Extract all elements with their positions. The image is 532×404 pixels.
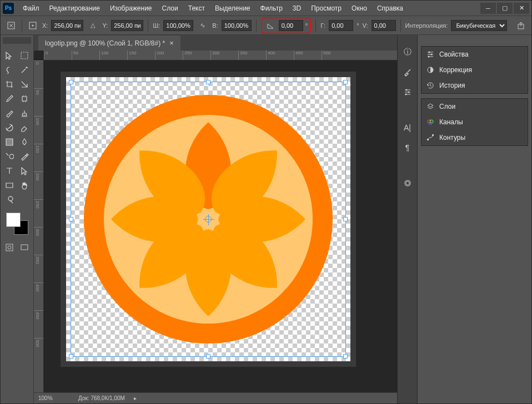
adjustments-icon[interactable] xyxy=(401,86,414,98)
ps-logo-icon: Ps xyxy=(3,3,14,14)
handle-tl[interactable] xyxy=(69,80,73,84)
y-label: Y: xyxy=(102,22,108,29)
x-input[interactable] xyxy=(51,20,83,31)
canvas[interactable] xyxy=(66,77,350,361)
menu-item-текст[interactable]: Текст xyxy=(184,2,209,14)
window-maximize-button[interactable]: ▢ xyxy=(497,3,513,14)
angle-unit-2: ° xyxy=(357,22,359,29)
right-side: ⓘ A| ¶ СвойстваКоррекцияИстория СлоиКана… xyxy=(397,35,531,403)
panel-group-1: СвойстваКоррекцияИстория xyxy=(421,46,528,94)
zoom-tool[interactable] xyxy=(3,193,17,207)
handle-mr[interactable] xyxy=(343,217,348,221)
h-label: В: xyxy=(212,22,218,29)
history-brush-tool[interactable] xyxy=(3,120,17,135)
eyedropper-tool[interactable] xyxy=(3,92,17,106)
menu-item-изображение[interactable]: Изображение xyxy=(106,2,157,14)
menu-item-3d[interactable]: 3D xyxy=(288,2,305,14)
share-icon[interactable] xyxy=(515,19,527,32)
w-label: Ш: xyxy=(153,22,160,29)
handle-tc[interactable] xyxy=(206,80,210,84)
reference-point-icon[interactable] xyxy=(27,19,39,32)
brush-settings-icon[interactable] xyxy=(401,66,414,78)
character-icon[interactable]: A| xyxy=(401,122,414,134)
crop-tool[interactable] xyxy=(3,77,17,92)
document-tab[interactable]: logotip.png @ 100% (Слой 1, RGB/8#) * × xyxy=(38,36,180,50)
panel-item-label: Контуры xyxy=(439,134,465,142)
ruler-horizontal[interactable]: 050100150200250300350400450500 xyxy=(44,50,397,60)
angle-icon xyxy=(264,19,277,32)
menu-item-справка[interactable]: Справка xyxy=(373,2,408,14)
panels: СвойстваКоррекцияИстория СлоиКаналыКонту… xyxy=(417,35,531,403)
document-area: logotip.png @ 100% (Слой 1, RGB/8#) * × … xyxy=(34,35,397,403)
angle-input[interactable] xyxy=(279,20,303,31)
angle-highlight: ° xyxy=(261,17,311,34)
handle-bl[interactable] xyxy=(69,354,73,358)
skew-h-label: Г: xyxy=(320,22,325,29)
skew-v-input[interactable] xyxy=(372,20,396,31)
menu-item-окно[interactable]: Окно xyxy=(347,2,372,14)
handle-ml[interactable] xyxy=(69,217,73,221)
blur-tool[interactable] xyxy=(18,135,32,149)
handle-br[interactable] xyxy=(343,354,348,358)
panel-item-каналы[interactable]: Каналы xyxy=(421,114,528,130)
menu-item-слои[interactable]: Слои xyxy=(158,2,183,14)
quickmask-icon[interactable] xyxy=(3,240,17,255)
handle-bc[interactable] xyxy=(206,354,210,358)
paragraph-icon[interactable]: ¶ xyxy=(401,142,414,154)
brush-tool[interactable] xyxy=(3,106,17,120)
interp-select[interactable]: Бикубическая xyxy=(451,20,507,31)
panel-item-коррекция[interactable]: Коррекция xyxy=(421,62,528,78)
panel-item-контуры[interactable]: Контуры xyxy=(421,130,528,145)
status-zoom[interactable]: 100% xyxy=(38,395,72,401)
y-input[interactable] xyxy=(111,20,143,31)
menu-item-редактирование[interactable]: Редактирование xyxy=(45,2,104,14)
path-select-tool[interactable] xyxy=(18,164,32,178)
lasso-tool[interactable] xyxy=(3,63,17,77)
skew-h-input[interactable] xyxy=(329,20,353,31)
gradient-tool[interactable] xyxy=(3,135,17,149)
toolbox-tab[interactable] xyxy=(3,37,31,44)
magic-wand-tool[interactable] xyxy=(18,63,32,77)
svg-rect-19 xyxy=(427,139,429,140)
link-icon[interactable] xyxy=(197,19,209,32)
menu-item-выделение[interactable]: Выделение xyxy=(210,2,255,14)
ruler-vertical[interactable]: 050100150200250300350400450500 xyxy=(34,60,44,392)
patch-tool[interactable] xyxy=(18,92,32,106)
color-swatch[interactable] xyxy=(6,213,28,235)
document-tab-close-icon[interactable]: × xyxy=(169,39,174,47)
hand-tool[interactable] xyxy=(18,178,32,193)
color-icon[interactable] xyxy=(401,177,414,189)
h-input[interactable] xyxy=(222,20,252,31)
move-tool[interactable] xyxy=(3,48,17,63)
x-label: X: xyxy=(42,22,48,29)
window-minimize-button[interactable]: ─ xyxy=(480,3,496,14)
stamp-tool[interactable] xyxy=(18,106,32,120)
info-icon[interactable]: ⓘ xyxy=(401,46,414,58)
window-close-button[interactable]: ✕ xyxy=(514,3,529,14)
slice-tool[interactable] xyxy=(18,77,32,92)
status-arrow-icon[interactable]: ▸ xyxy=(134,395,137,401)
panel-item-слои[interactable]: Слои xyxy=(421,99,528,114)
status-docsize: Док: 768,0К/1,00М xyxy=(78,395,125,401)
handle-tr[interactable] xyxy=(343,80,348,84)
type-tool[interactable] xyxy=(3,164,17,178)
shape-tool[interactable] xyxy=(3,178,17,193)
screenmode-icon[interactable] xyxy=(18,240,32,255)
w-input[interactable] xyxy=(163,20,193,31)
paths-icon xyxy=(426,133,435,142)
menu-item-фильтр[interactable]: Фильтр xyxy=(256,2,287,14)
dodge-tool[interactable] xyxy=(3,149,17,164)
menu-item-просмотр[interactable]: Просмотр xyxy=(307,2,346,14)
panel-item-история[interactable]: История xyxy=(421,78,528,93)
options-bar: X: △ Y: Ш: В: ° Г: ° V: Интерполяция: Би… xyxy=(1,16,531,35)
panel-item-свойства[interactable]: Свойства xyxy=(421,47,528,62)
pen-tool[interactable] xyxy=(18,149,32,164)
marquee-tool[interactable] xyxy=(18,48,32,63)
foreground-color[interactable] xyxy=(6,213,21,227)
eraser-tool[interactable] xyxy=(18,120,32,135)
delta-icon[interactable]: △ xyxy=(87,19,99,32)
svg-point-7 xyxy=(405,89,407,91)
layers-icon xyxy=(426,102,435,111)
svg-point-12 xyxy=(429,52,430,53)
menu-item-файл[interactable]: Файл xyxy=(18,2,44,14)
